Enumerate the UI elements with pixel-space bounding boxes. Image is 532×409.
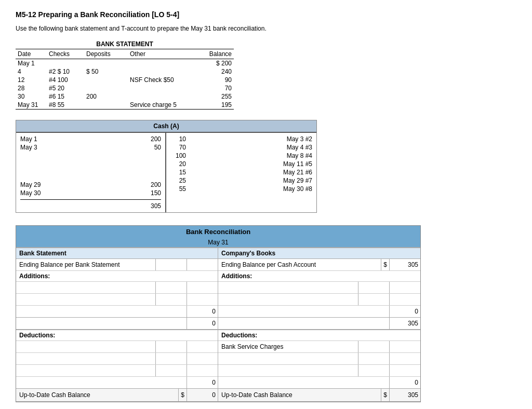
cash-right-amt-0: 10 <box>170 135 186 143</box>
recon-left-ded-input2-1[interactable] <box>187 353 218 364</box>
recon-right-ded-row-1 <box>218 353 420 365</box>
recon-right-ded-input-1[interactable] <box>358 353 389 364</box>
recon-left-add-total-val: 0 <box>187 318 218 329</box>
recon-right-add-input2-1[interactable] <box>389 294 420 305</box>
recon-right-ending-balance-val: 305 <box>389 259 420 270</box>
cash-left-row-5 <box>20 173 161 181</box>
recon-right-ded-input2-0[interactable] <box>389 341 420 352</box>
cash-left-val-1: 50 <box>145 144 161 151</box>
recon-right-add-input-1[interactable] <box>358 294 389 305</box>
bs-balance-5: 195 <box>190 101 234 110</box>
recon-right-ded-subtotal-row: 0 <box>218 377 420 389</box>
bs-header-balance: Balance <box>190 49 234 59</box>
recon-right-ending-balance-row: Ending Balance per Cash Account $ 305 <box>218 259 420 271</box>
cash-right-amt-3: 20 <box>170 160 186 168</box>
recon-left-ded-row-0 <box>16 341 218 353</box>
recon-right-ded-input-2[interactable] <box>358 365 389 376</box>
cash-left-total: 305 <box>140 202 161 210</box>
bank-reconciliation-section: Bank Reconciliation May 31 Bank Statemen… <box>16 225 421 402</box>
cash-left-row-6: May 29 200 <box>20 181 161 189</box>
recon-right-total-val: 305 <box>389 389 420 401</box>
recon-left-total-row: Up-to-Date Cash Balance $ 0 <box>16 389 218 402</box>
bs-balance-1: 240 <box>190 67 234 76</box>
recon-right-ded-input2-2[interactable] <box>389 365 420 376</box>
bs-deposits-3 <box>84 84 128 92</box>
bs-date-2: 12 <box>16 76 47 84</box>
recon-left-ded-input2-2[interactable] <box>187 365 218 376</box>
cash-account-section: Cash (A) May 1 200 May 3 50 May 29 200 M… <box>16 120 317 213</box>
recon-right-dollar-sign: $ <box>381 389 389 401</box>
cash-right-row-1: 70 May 4 #3 <box>170 143 312 152</box>
cash-right-ref-6: May 30 #8 <box>283 185 312 193</box>
cash-left-row-2 <box>20 152 161 159</box>
recon-left-add-label-1 <box>16 298 155 301</box>
cash-body: May 1 200 May 3 50 May 29 200 May 30 150… <box>16 133 316 212</box>
cash-credit-side: 10 May 3 #2 70 May 4 #3 100 May 8 #4 20 … <box>166 133 316 212</box>
recon-right-add-row-1 <box>218 294 420 306</box>
recon-right-header: Company's Books <box>218 248 420 259</box>
recon-left-ded-input-1[interactable] <box>155 353 187 364</box>
page-title: M5-12 Preparing a Bank Reconciliation [L… <box>16 10 516 19</box>
bs-row-30: 30 #6 15 200 255 <box>16 92 234 101</box>
recon-left-add-label-0 <box>16 287 155 289</box>
bs-checks-2: #4 100 <box>47 76 84 84</box>
bs-other-1 <box>128 67 190 76</box>
recon-left-add-row-0 <box>16 282 218 294</box>
cash-left-row-0: May 1 200 <box>20 135 161 143</box>
bs-header-other: Other <box>128 49 190 59</box>
recon-right-add-label-0 <box>218 287 358 289</box>
bs-checks-1: #2 $ 10 <box>47 67 84 76</box>
recon-right-ded-input-0[interactable] <box>358 341 389 352</box>
recon-body: Bank Statement Ending Balance per Bank S… <box>16 248 420 402</box>
cash-right-ref-1: May 4 #3 <box>287 144 312 151</box>
cash-right-ref-5: May 29 #7 <box>283 177 312 184</box>
recon-right-ded-label-0: Bank Service Charges <box>218 342 358 351</box>
bs-date-4: 30 <box>16 92 47 101</box>
recon-left-total-label: Up-to-Date Cash Balance <box>16 390 178 400</box>
recon-left-add-input-1[interactable] <box>155 294 187 305</box>
recon-left-ending-balance-input[interactable] <box>155 259 187 270</box>
bs-date-5: May 31 <box>16 101 47 110</box>
recon-left-ded-input-2[interactable] <box>155 365 187 376</box>
recon-right-add-subtotal-val: 0 <box>389 306 420 317</box>
recon-left-add-input-0[interactable] <box>155 282 187 293</box>
recon-right-add-total-row: 305 <box>218 318 420 330</box>
recon-right-add-input-0[interactable] <box>358 282 389 293</box>
recon-right-ded-input2-1[interactable] <box>389 353 420 364</box>
recon-subtitle: May 31 <box>16 238 420 248</box>
cash-left-val-7: 150 <box>145 189 161 197</box>
cash-left-label-1: May 3 <box>20 144 37 151</box>
recon-left-add-input2-0[interactable] <box>187 282 218 293</box>
recon-left-ending-balance-input2[interactable] <box>187 259 218 270</box>
bs-other-2: NSF Check $50 <box>128 76 190 84</box>
recon-right-add-input2-0[interactable] <box>389 282 420 293</box>
recon-left-ded-subtotal-val: 0 <box>187 377 218 388</box>
recon-left-header: Bank Statement <box>16 248 218 259</box>
recon-right-total-row: Up-to-Date Cash Balance $ 305 <box>218 389 420 402</box>
recon-left-ded-label-2 <box>16 370 155 372</box>
recon-left-ded-input-0[interactable] <box>155 341 187 352</box>
cash-left-val-0: 200 <box>145 135 161 143</box>
cash-right-ref-2: May 8 #4 <box>287 152 312 159</box>
recon-left-ded-label-1 <box>16 358 155 360</box>
recon-left-ending-balance-row: Ending Balance per Bank Statement <box>16 259 218 271</box>
recon-left-ded-row-2 <box>16 365 218 377</box>
recon-right-ded-subtotal-val: 0 <box>389 377 420 388</box>
bs-row-may31: May 31 #8 55 Service charge 5 195 <box>16 101 234 110</box>
bs-balance-4: 255 <box>190 92 234 101</box>
bs-checks-3: #5 20 <box>47 84 84 92</box>
recon-left-column: Bank Statement Ending Balance per Bank S… <box>16 248 218 402</box>
bs-row-4: 4 #2 $ 10 $ 50 240 <box>16 67 234 76</box>
cash-right-row-6: 55 May 30 #8 <box>170 185 312 193</box>
recon-left-deductions-header: Deductions: <box>16 330 218 341</box>
recon-left-add-input2-1[interactable] <box>187 294 218 305</box>
cash-right-row-2: 100 May 8 #4 <box>170 152 312 160</box>
bs-deposits-4: 200 <box>84 92 128 101</box>
recon-right-add-subtotal-row: 0 <box>218 306 420 318</box>
recon-left-ded-input2-0[interactable] <box>187 341 218 352</box>
recon-left-ded-row-1 <box>16 353 218 365</box>
bs-deposits-1: $ 50 <box>84 67 128 76</box>
bs-deposits-0 <box>84 59 128 68</box>
cash-right-row-4: 15 May 21 #6 <box>170 168 312 176</box>
recon-right-total-label: Up-to-Date Cash Balance <box>218 390 381 400</box>
